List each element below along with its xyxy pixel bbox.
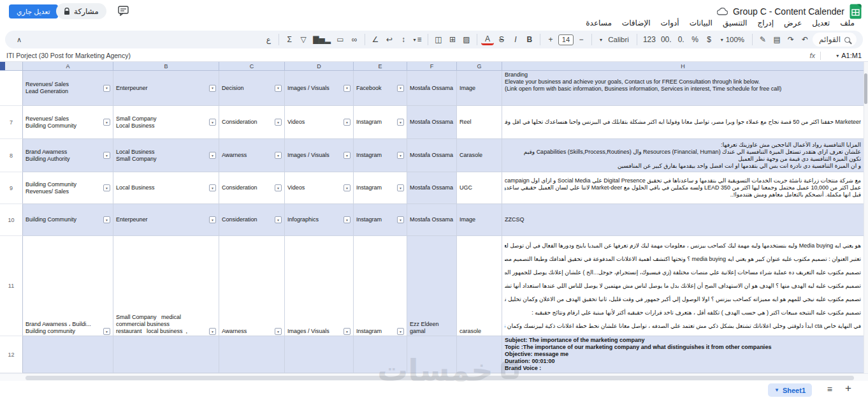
dropdown-icon[interactable]: ▼ [275, 85, 282, 92]
cell-A10[interactable]: Building Community▼ [23, 204, 113, 236]
sheet-tab-caret-icon[interactable]: ▼ [774, 387, 779, 393]
cell-E12[interactable] [354, 336, 407, 373]
cell-G12[interactable] [457, 336, 502, 373]
dropdown-icon[interactable]: ▼ [209, 216, 216, 223]
vertical-scrollbar[interactable] [864, 62, 868, 373]
bold-icon[interactable]: B [523, 33, 536, 46]
cell-F12[interactable] [407, 336, 457, 373]
share-button[interactable]: مشاركة [56, 3, 106, 19]
cell-E7[interactable]: Instagram▼ [354, 106, 407, 139]
cell-G8[interactable]: Carasole [457, 139, 502, 172]
input-tools-icon[interactable]: ع [262, 33, 275, 46]
cell-H7[interactable]: Marketeer حققنا اكثر من 50 قصة نجاح مع ع… [502, 106, 864, 139]
menu-item-4[interactable]: التنسيق [718, 17, 752, 29]
row-header-12[interactable]: 12 [0, 336, 23, 373]
row-header-10[interactable]: 10 [0, 204, 23, 236]
cell-H9[interactable]: مع شركة منتجات زراعية ناشئة جربت الخدمات… [502, 172, 864, 204]
dropdown-icon[interactable]: ▼ [103, 152, 110, 159]
borders-icon[interactable]: ⊞ [446, 33, 459, 46]
cell-C8[interactable]: Awarness▼ [219, 139, 285, 172]
decrease-decimals-icon[interactable]: .0 [675, 33, 688, 46]
cell-F11[interactable]: Ezz Eldeen gamal [407, 236, 457, 336]
all-sheets-icon[interactable]: ≡ [827, 384, 832, 394]
column-header-F[interactable]: F [407, 62, 457, 71]
menu-item-2[interactable]: عرض [779, 17, 806, 29]
menus-search[interactable]: القوائم [813, 33, 857, 47]
dropdown-icon[interactable]: ▼ [397, 85, 404, 92]
dropdown-icon[interactable]: ▼ [103, 328, 110, 335]
column-header-H[interactable]: H [502, 62, 864, 71]
cell-D6[interactable]: Images / Visuals▼ [285, 71, 354, 106]
redo-icon[interactable]: ↷ [785, 33, 797, 46]
column-header-C[interactable]: C [219, 62, 285, 71]
insert-chart-icon[interactable]: ▂▅▇ [311, 33, 333, 46]
dropdown-icon[interactable]: ▼ [103, 85, 110, 92]
cell-F10[interactable]: Mostafa Ossama [407, 204, 457, 236]
cell-G10[interactable]: Image [457, 204, 502, 236]
cell-G6[interactable]: Image [457, 71, 502, 106]
menu-item-5[interactable]: البيانات [685, 17, 717, 29]
cell-F9[interactable]: Mostafa Ossama [407, 172, 457, 204]
cell-H6[interactable]: Branding Elevate your business and achie… [502, 71, 864, 106]
cell-D8[interactable]: Images / Visuals▼ [285, 139, 354, 172]
document-status-cloud-icon[interactable] [717, 8, 728, 15]
cell-D10[interactable]: Infographics▼ [285, 204, 354, 236]
menu-item-3[interactable]: إدراج [753, 17, 778, 29]
cell-B7[interactable]: Small Company Local Business▼ [113, 106, 219, 139]
vertical-scrollbar-thumb[interactable] [864, 73, 867, 104]
insert-link-icon[interactable]: ∞ [348, 33, 361, 46]
font-size-input[interactable]: 14 [558, 34, 574, 45]
dropdown-icon[interactable]: ▼ [209, 152, 216, 159]
dropdown-icon[interactable]: ▼ [103, 119, 110, 126]
cell-A11[interactable]: Brand Awarness ، Buildi... Building comm… [23, 236, 113, 336]
cell-D11[interactable]: Images / Visuals▼ [285, 236, 354, 336]
dropdown-icon[interactable]: ▼ [344, 328, 351, 335]
row-header-6[interactable] [0, 71, 23, 106]
more-formats-icon[interactable]: 123 [641, 33, 658, 46]
column-header-G[interactable]: G [457, 62, 502, 71]
dropdown-icon[interactable]: ▼ [397, 119, 404, 126]
cell-C10[interactable]: Consideration▼ [219, 204, 285, 236]
formula-input[interactable]: ITI Porject (30 Post for Marketing Agenc… [6, 52, 804, 59]
cell-C7[interactable]: Consideration▼ [219, 106, 285, 139]
functions-icon[interactable]: Σ [283, 33, 296, 46]
cell-B8[interactable]: Local Business Small Company▼ [113, 139, 219, 172]
dropdown-icon[interactable]: ▼ [344, 184, 351, 191]
column-header-B[interactable]: B [113, 62, 219, 71]
dropdown-icon[interactable]: ▼ [275, 184, 282, 191]
sheet-tab-sheet1[interactable]: ▼ Sheet1 [768, 383, 812, 397]
cell-A7[interactable]: Revenues/ Sales Building Community▼ [23, 106, 113, 139]
cell-A8[interactable]: Brand Awarness Building Authority▼ [23, 139, 113, 172]
cell-F7[interactable]: Mostafa Ossama [407, 106, 457, 139]
edit-status-button[interactable]: تعديل جاري [9, 4, 58, 19]
row-header-11[interactable]: 11 [0, 236, 23, 336]
dropdown-icon[interactable]: ▼ [397, 152, 404, 159]
decrease-font-size-icon[interactable]: − [575, 33, 588, 46]
increase-font-size-icon[interactable]: + [544, 33, 557, 46]
cell-B6[interactable]: Enterpeuner▼ [113, 71, 219, 106]
vertical-align-icon[interactable]: ↕ [397, 33, 410, 46]
document-title[interactable]: Group C - Content Calender [733, 6, 844, 17]
dropdown-icon[interactable]: ▼ [209, 328, 216, 335]
cell-H12[interactable]: Subject: The importance of the marketing… [502, 336, 864, 373]
cell-E8[interactable]: Instagram▼ [354, 139, 407, 172]
insert-comment-icon[interactable]: ▭ [334, 33, 347, 46]
font-select[interactable]: Calibri▾ [596, 36, 633, 43]
menu-item-1[interactable]: تعديل [807, 17, 834, 29]
cell-D9[interactable]: Videos▼ [285, 172, 354, 204]
horizontal-scrollbar[interactable] [0, 373, 868, 381]
text-color-icon[interactable]: A [481, 34, 494, 45]
toolbar-collapse-icon[interactable]: ∧ [17, 36, 22, 44]
increase-decimals-icon[interactable]: .00 [659, 33, 674, 46]
dropdown-icon[interactable]: ▼ [344, 119, 351, 126]
cell-D7[interactable]: Videos▼ [285, 106, 354, 139]
currency-format-icon[interactable]: $ [703, 33, 716, 46]
menu-item-7[interactable]: الإضافات [618, 17, 655, 29]
cell-G7[interactable]: Reel [457, 106, 502, 139]
dropdown-icon[interactable]: ▼ [275, 328, 282, 335]
cell-F8[interactable]: Mostafa Ossama [407, 139, 457, 172]
dropdown-icon[interactable]: ▼ [103, 184, 110, 191]
menu-item-6[interactable]: أدوات [656, 17, 684, 29]
cell-C6[interactable]: Decision▼ [219, 71, 285, 106]
undo-icon[interactable]: ↶ [799, 33, 811, 46]
